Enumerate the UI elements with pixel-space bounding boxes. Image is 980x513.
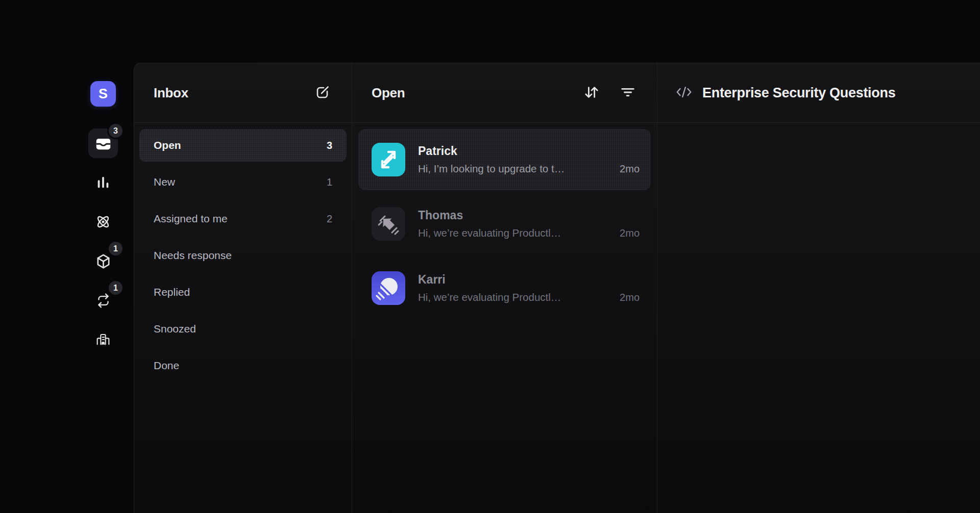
repeat-arrows-icon [95, 293, 111, 309]
conversation-time: 2mo [620, 292, 640, 303]
filter-count: 2 [327, 213, 332, 225]
filter-button[interactable] [617, 82, 639, 105]
filter-label: Done [154, 360, 179, 372]
conversation-name: Patrick [418, 144, 640, 158]
conversation-preview: Hi, I’m looking to upgrade to t… [418, 163, 612, 175]
detail-panel-header: Enterprise Security Questions [657, 63, 980, 123]
conversation-body: Patrick Hi, I’m looking to upgrade to t…… [418, 144, 640, 175]
compose-icon [315, 85, 330, 101]
filter-label: Needs response [154, 249, 232, 262]
detail-title: Enterprise Security Questions [702, 85, 895, 101]
filter-lines-icon [620, 85, 635, 101]
conversation-body: Thomas Hi, we’re evaluating Productl… 2m… [418, 209, 640, 239]
list-panel-header: Open [352, 63, 657, 123]
sidebar-item-automations[interactable] [88, 207, 118, 237]
workflows-badge: 1 [109, 281, 122, 295]
conversation-preview: Hi, we’re evaluating Productl… [418, 291, 612, 303]
conversation-row-karri[interactable]: Karri Hi, we’re evaluating Productl… 2mo [358, 258, 651, 319]
inbox-panel: Inbox Open 3 New 1 Assigned [134, 63, 352, 513]
inbox-tray-icon [95, 135, 112, 152]
building-icon [95, 331, 111, 348]
hatched-arrow-avatar [372, 207, 405, 241]
conversation-name: Karri [418, 273, 640, 287]
filter-label: Replied [154, 286, 190, 298]
filter-label: Open [154, 139, 181, 151]
filter-row-snoozed[interactable]: Snoozed [139, 313, 347, 345]
products-badge: 1 [109, 242, 122, 255]
inbox-title: Inbox [154, 85, 188, 101]
conversation-body: Karri Hi, we’re evaluating Productl… 2mo [418, 273, 640, 303]
main-panels: Inbox Open 3 New 1 Assigned [134, 63, 980, 513]
sidebar-rail: S 3 1 [88, 81, 118, 364]
filter-label: Assigned to me [154, 213, 228, 225]
sort-arrows-icon [583, 85, 600, 101]
sidebar-item-company[interactable] [88, 325, 118, 354]
conversation-time: 2mo [620, 227, 640, 239]
striped-globe-avatar [372, 271, 405, 305]
swap-arrows-avatar [372, 143, 405, 176]
bar-chart-icon [95, 175, 111, 190]
filter-count: 1 [327, 176, 332, 188]
inbox-badge: 3 [109, 124, 122, 138]
conversation-list-panel: Open [352, 63, 657, 513]
sort-button[interactable] [580, 82, 603, 105]
filter-row-needs-response[interactable]: Needs response [139, 239, 347, 272]
inbox-panel-header: Inbox [134, 63, 352, 123]
conversation-list: Patrick Hi, I’m looking to upgrade to t…… [352, 123, 657, 328]
filter-row-new[interactable]: New 1 [139, 166, 347, 198]
filter-count: 3 [327, 140, 332, 151]
filter-label: Snoozed [154, 323, 196, 335]
list-title: Open [372, 85, 405, 101]
filter-row-done[interactable]: Done [139, 349, 347, 382]
inbox-filter-list: Open 3 New 1 Assigned to me 2 Needs resp… [134, 123, 352, 392]
conversation-name: Thomas [418, 209, 640, 222]
conversation-row-thomas[interactable]: Thomas Hi, we’re evaluating Productl… 2m… [358, 193, 651, 254]
compose-button[interactable] [312, 82, 333, 105]
cube-icon [95, 253, 111, 269]
detail-panel: Enterprise Security Questions [657, 63, 980, 513]
app-logo[interactable]: S [90, 81, 116, 107]
sidebar-item-products[interactable]: 1 [88, 246, 118, 276]
sidebar-item-reports[interactable] [88, 168, 118, 197]
conversation-row-patrick[interactable]: Patrick Hi, I’m looking to upgrade to t…… [358, 129, 651, 190]
code-icon [676, 85, 692, 101]
filter-row-open[interactable]: Open 3 [139, 129, 347, 162]
conversation-time: 2mo [620, 163, 640, 175]
conversation-preview: Hi, we’re evaluating Productl… [418, 227, 612, 239]
sidebar-item-workflows[interactable]: 1 [88, 286, 118, 315]
atom-icon [95, 214, 111, 230]
filter-row-replied[interactable]: Replied [139, 276, 347, 309]
sidebar-item-inbox[interactable]: 3 [88, 129, 118, 158]
filter-row-assigned-to-me[interactable]: Assigned to me 2 [139, 202, 347, 235]
filter-label: New [154, 176, 175, 188]
